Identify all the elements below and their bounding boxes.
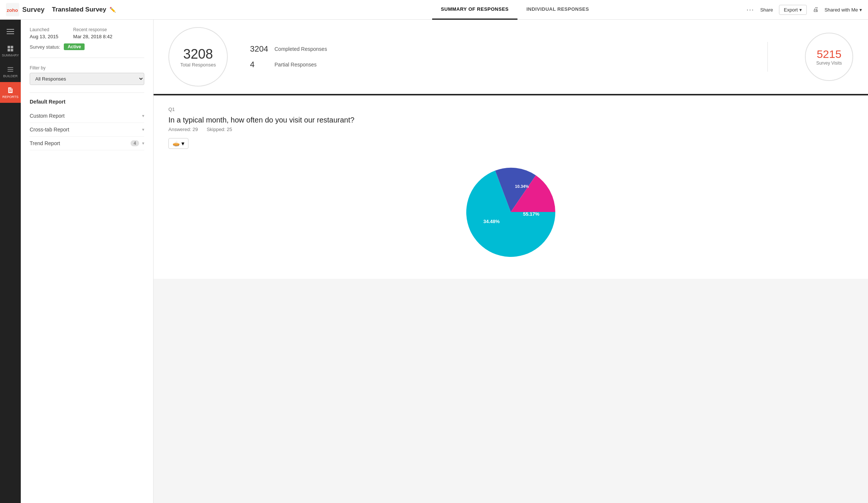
topbar-actions: ··· Share Export ▾ 🖨 Shared with Me ▾ [746, 5, 862, 15]
launched-value: Aug 13, 2015 [30, 34, 58, 39]
chart-controls: 🥧 ▾ [168, 138, 853, 149]
custom-report-label: Custom Report [30, 113, 65, 119]
content-area: 3208 Total Responses 3204 Completed Resp… [154, 20, 868, 503]
meta-row-dates: Launched Aug 13, 2015 Recent response Ma… [30, 27, 144, 40]
visits-circle: 5215 Survey Visits [805, 33, 853, 81]
stats-section: 3208 Total Responses 3204 Completed Resp… [154, 20, 868, 95]
total-responses-number: 3208 [183, 46, 213, 62]
builder-icon [7, 66, 14, 73]
question-number: Q1 [168, 107, 853, 112]
export-label: Export [784, 7, 798, 13]
visits-number: 5215 [817, 48, 842, 61]
launched-date: Launched Aug 13, 2015 [30, 27, 58, 40]
trend-report-right: 4 ▾ [131, 140, 144, 146]
topbar-nav: SUMMARY OF RESPONSES INDIVIDUAL RESPONSE… [283, 0, 746, 20]
recent-value: Mar 28, 2018 8:42 [73, 34, 112, 39]
topbar: zoho Survey Translated Survey ✏️ SUMMARY… [0, 0, 868, 20]
divider [30, 92, 144, 93]
zoho-logo-icon: zoho [6, 3, 19, 16]
survey-title: Translated Survey [52, 6, 106, 13]
pie-chart-icon: 🥧 [172, 140, 180, 147]
svg-rect-2 [8, 46, 10, 48]
total-responses-circle: 3208 Total Responses [168, 27, 228, 86]
recent-response: Recent response Mar 28, 2018 8:42 [73, 27, 112, 40]
recent-label: Recent response [73, 27, 112, 32]
tab-summary-responses[interactable]: SUMMARY OF RESPONSES [432, 0, 518, 20]
partial-responses-row: 4 Partial Responses [250, 60, 753, 69]
trend-report-label: Trend Report [30, 140, 60, 146]
completed-label: Completed Responses [274, 46, 327, 52]
tab-individual-responses[interactable]: INDIVIDUAL RESPONSES [517, 0, 598, 20]
shared-with-me-button[interactable]: Shared with Me ▾ [825, 7, 862, 13]
svg-rect-4 [8, 49, 10, 51]
export-chevron-icon: ▾ [799, 7, 802, 13]
pie-chart-container: 55.17% 34.48% 10.34% [168, 156, 853, 268]
sidebar-item-summary[interactable]: SUMMARY [0, 40, 21, 61]
svg-rect-5 [11, 49, 13, 51]
shared-with-me-label: Shared with Me [825, 7, 858, 13]
trend-report-item[interactable]: Trend Report 4 ▾ [30, 137, 144, 150]
completed-count: 3204 [250, 44, 269, 54]
sidebar-item-builder[interactable]: BUILDER [0, 61, 21, 82]
chart-type-chevron-icon: ▾ [181, 140, 184, 147]
filter-section: Filter by All Responses Completed Respon… [30, 65, 144, 85]
answered-count: Answered: 29 [168, 127, 198, 132]
pie-label-2: 34.48% [483, 219, 500, 224]
svg-rect-3 [11, 46, 13, 48]
shared-chevron-icon: ▾ [859, 7, 862, 13]
export-button[interactable]: Export ▾ [779, 5, 807, 15]
main-layout: SUMMARY BUILDER REPORTS Launched Aug 13,… [0, 20, 868, 503]
survey-title-area: Translated Survey ✏️ [52, 6, 283, 13]
custom-report-item[interactable]: Custom Report ▾ [30, 109, 144, 123]
partial-label: Partial Responses [274, 62, 317, 68]
svg-text:zoho: zoho [7, 7, 18, 13]
crosstab-report-label: Cross-tab Report [30, 127, 69, 133]
left-panel: Launched Aug 13, 2015 Recent response Ma… [21, 20, 154, 503]
question-text: In a typical month, how often do you vis… [168, 116, 853, 124]
chart-type-button[interactable]: 🥧 ▾ [168, 138, 188, 149]
divider [30, 58, 144, 58]
summary-icon [7, 45, 14, 52]
total-responses-label: Total Responses [180, 62, 216, 68]
response-details: 3204 Completed Responses 4 Partial Respo… [250, 44, 753, 69]
logo: zoho Survey [6, 3, 45, 16]
status-badge: Active [64, 43, 85, 50]
icon-sidebar: SUMMARY BUILDER REPORTS [0, 20, 21, 503]
crosstab-report-right: ▾ [142, 127, 144, 132]
default-report-title: Default Report [30, 99, 144, 105]
reports-icon [7, 86, 14, 94]
question-card: Q1 In a typical month, how often do you … [154, 95, 868, 279]
sidebar-reports-label: REPORTS [2, 95, 18, 99]
hamburger-line [7, 31, 14, 32]
sidebar-item-reports[interactable]: REPORTS [0, 82, 21, 103]
print-button[interactable]: 🖨 [813, 6, 819, 13]
sidebar-builder-label: BUILDER [3, 74, 17, 78]
launched-label: Launched [30, 27, 58, 32]
pie-label-3: 10.34% [515, 184, 529, 189]
filter-label: Filter by [30, 65, 144, 71]
logo-text: Survey [22, 6, 45, 14]
crosstab-report-item[interactable]: Cross-tab Report ▾ [30, 123, 144, 137]
more-options-button[interactable]: ··· [746, 6, 754, 14]
custom-report-right: ▾ [142, 113, 144, 118]
trend-report-badge: 4 [131, 140, 139, 146]
survey-meta: Launched Aug 13, 2015 Recent response Ma… [30, 27, 144, 50]
stats-divider [767, 42, 768, 72]
edit-icon[interactable]: ✏️ [109, 7, 116, 13]
question-stats: Answered: 29 Skipped: 25 [168, 127, 853, 132]
status-label: Survey status: [30, 44, 60, 50]
trend-report-chevron-icon: ▾ [142, 141, 144, 146]
pie-chart: 55.17% 34.48% 10.34% [463, 164, 559, 260]
hamburger-menu[interactable] [0, 23, 21, 40]
share-button[interactable]: Share [760, 7, 773, 13]
sidebar-summary-label: SUMMARY [2, 53, 19, 57]
crosstab-report-chevron-icon: ▾ [142, 127, 144, 132]
hamburger-line [7, 33, 14, 34]
pie-label-1: 55.17% [523, 211, 540, 217]
filter-select[interactable]: All Responses Completed Responses Partia… [30, 73, 144, 85]
custom-report-chevron-icon: ▾ [142, 113, 144, 118]
completed-responses-row: 3204 Completed Responses [250, 44, 753, 54]
hamburger-line [7, 29, 14, 30]
report-section: Default Report Custom Report ▾ Cross-tab… [30, 99, 144, 150]
status-row: Survey status: Active [30, 43, 144, 50]
